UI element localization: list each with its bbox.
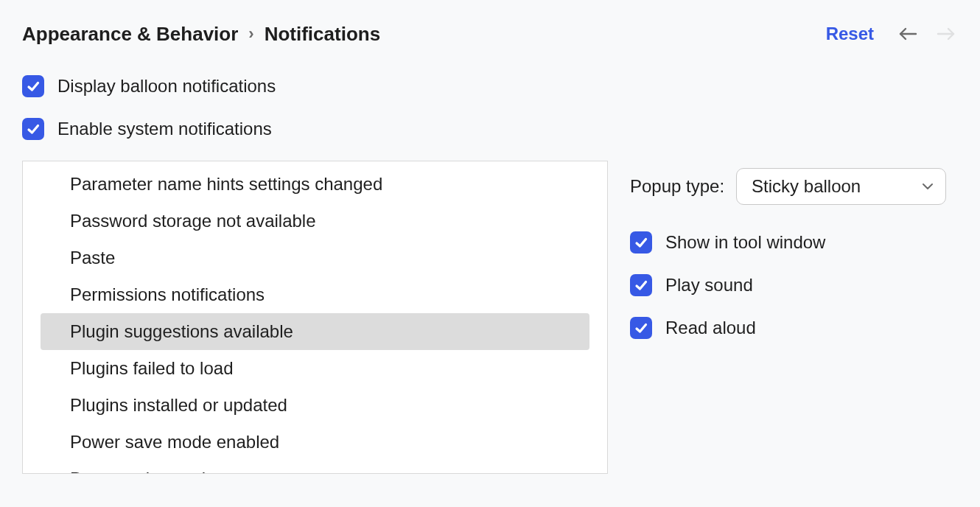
list-item[interactable]: Power save mode enabled: [41, 424, 589, 461]
popup-type-value: Sticky balloon: [752, 176, 861, 197]
checkbox-checked-icon: [630, 317, 652, 339]
list-item[interactable]: Permissions notifications: [41, 276, 589, 313]
list-item[interactable]: Password storage not available: [41, 203, 589, 239]
play-sound-label: Play sound: [665, 275, 753, 296]
checkbox-checked-icon: [630, 231, 652, 254]
notification-types-list[interactable]: Parameter name hints settings changedPas…: [22, 161, 608, 474]
arrow-left-icon: [897, 27, 918, 41]
nav-back-button[interactable]: [896, 22, 920, 46]
checkbox-checked-icon: [22, 118, 44, 140]
chevron-down-icon: [922, 182, 934, 191]
display-balloon-checkbox[interactable]: Display balloon notifications: [22, 75, 958, 97]
checkbox-checked-icon: [22, 75, 44, 97]
reset-button[interactable]: Reset: [826, 24, 874, 44]
play-sound-checkbox[interactable]: Play sound: [630, 274, 946, 296]
breadcrumb-leaf: Notifications: [265, 23, 380, 46]
list-item[interactable]: Paste: [41, 239, 589, 276]
notification-detail-panel: Popup type: Sticky balloon Show in tool …: [630, 161, 946, 474]
list-item[interactable]: Plugins failed to load: [41, 350, 589, 387]
nav-forward-button: [934, 22, 958, 46]
show-in-tool-window-checkbox[interactable]: Show in tool window: [630, 231, 946, 254]
list-item[interactable]: Plugin suggestions available: [41, 313, 589, 350]
list-item[interactable]: Parameter name hints settings changed: [41, 166, 589, 203]
read-aloud-checkbox[interactable]: Read aloud: [630, 317, 946, 339]
checkbox-checked-icon: [630, 274, 652, 296]
display-balloon-label: Display balloon notifications: [57, 76, 276, 97]
popup-type-select[interactable]: Sticky balloon: [736, 168, 946, 205]
enable-system-checkbox[interactable]: Enable system notifications: [22, 118, 958, 140]
popup-type-label: Popup type:: [630, 176, 724, 197]
breadcrumb-separator-icon: ›: [248, 24, 253, 43]
enable-system-label: Enable system notifications: [57, 119, 272, 139]
settings-header: Appearance & Behavior › Notifications Re…: [22, 22, 958, 46]
show-in-tool-window-label: Show in tool window: [665, 232, 825, 253]
breadcrumb: Appearance & Behavior › Notifications: [22, 23, 380, 46]
read-aloud-label: Read aloud: [665, 318, 756, 338]
list-item[interactable]: Presentation assistant: [41, 461, 589, 474]
arrow-right-icon: [936, 27, 956, 41]
list-item[interactable]: Plugins installed or updated: [41, 387, 589, 424]
breadcrumb-root: Appearance & Behavior: [22, 23, 238, 46]
